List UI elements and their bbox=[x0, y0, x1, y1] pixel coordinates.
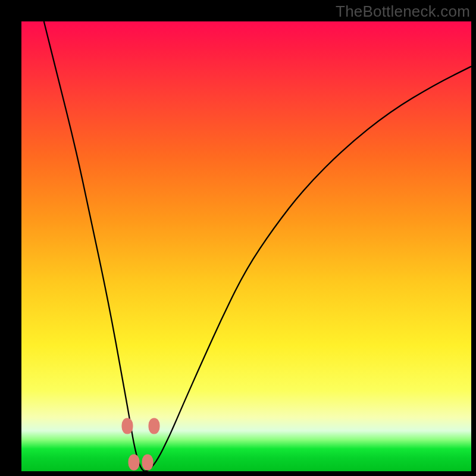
marker-1 bbox=[149, 418, 160, 434]
curve-svg bbox=[21, 21, 471, 471]
marker-0 bbox=[121, 418, 133, 434]
bottleneck-curve bbox=[44, 21, 471, 471]
plot-area bbox=[21, 21, 471, 471]
marker-2 bbox=[129, 454, 140, 470]
chart-container: TheBottleneck.com bbox=[0, 0, 476, 476]
marker-3 bbox=[142, 454, 153, 470]
watermark-text: TheBottleneck.com bbox=[336, 2, 470, 21]
